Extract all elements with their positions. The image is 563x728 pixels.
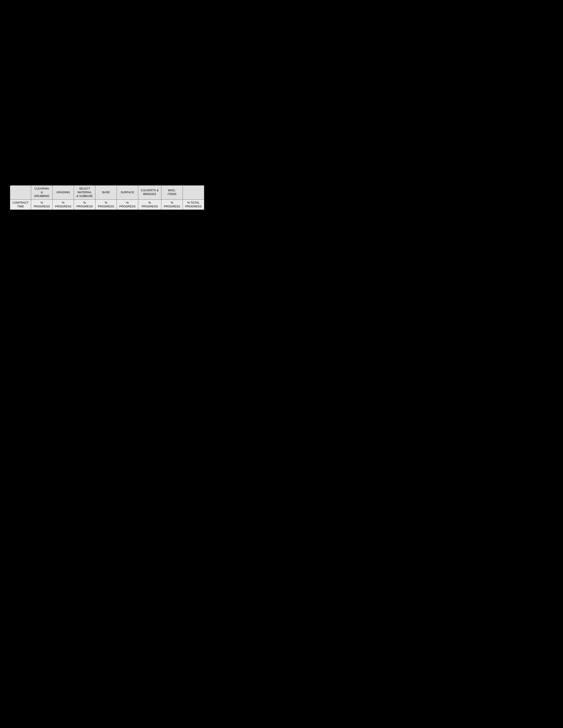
progress-table-container: CLEARING&GRUBBING GRADING SELECTMATERIAL… (10, 185, 204, 210)
clearing-progress-cell: %PROGRESS (31, 199, 53, 210)
select-material-progress-cell: %PROGRESS (74, 199, 95, 210)
progress-table: CLEARING&GRUBBING GRADING SELECTMATERIAL… (10, 185, 204, 210)
header-misc-items: MISC.ITEMS (161, 186, 183, 200)
base-progress-cell: %PROGRESS (95, 199, 117, 210)
header-grading: GRADING (53, 186, 74, 200)
grading-progress-cell: %PROGRESS (53, 199, 74, 210)
header-culverts-bridges: CULVERTS &BRIDGES (138, 186, 161, 200)
total-progress-cell: % TOTALPROGRESS (182, 199, 204, 210)
misc-progress-cell: %PROGRESS (161, 199, 183, 210)
surface-progress-cell: %PROGRESS (117, 199, 138, 210)
header-row: CLEARING&GRUBBING GRADING SELECTMATERIAL… (10, 186, 204, 200)
header-col8 (182, 186, 204, 200)
culverts-progress-cell: %PROGRESS (138, 199, 161, 210)
contract-time-cell: CONTRACTTIME (10, 199, 31, 210)
header-col0 (10, 186, 31, 200)
header-surface: SURFACE (117, 186, 138, 200)
header-select-material: SELECTMATERIAL& SUBBASE (74, 186, 95, 200)
data-row: CONTRACTTIME %PROGRESS %PROGRESS %PROGRE… (10, 199, 204, 210)
header-base: BASE (95, 186, 117, 200)
header-clearing-grubbing: CLEARING&GRUBBING (31, 186, 53, 200)
